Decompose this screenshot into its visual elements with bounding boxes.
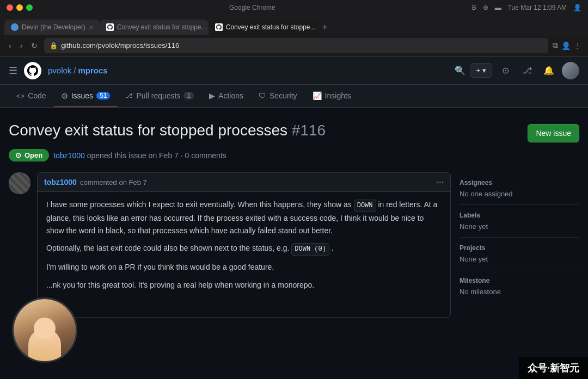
user-icon: 👤: [573, 4, 581, 11]
issue-opened-text: opened this issue on Feb 7 · 0 comments: [87, 151, 226, 160]
new-tab-button[interactable]: +: [317, 20, 333, 35]
url-input[interactable]: 🔒 github.com/pvolok/mprocs/issues/116: [44, 38, 548, 53]
user-avatar[interactable]: [562, 62, 579, 79]
labels-value: None yet: [460, 222, 579, 231]
minimize-dot[interactable]: [16, 4, 23, 11]
tab3-favicon: [215, 23, 223, 31]
webcam-overlay: [12, 297, 77, 363]
security-icon: 🛡: [259, 91, 266, 100]
hamburger-menu[interactable]: ☰: [9, 65, 17, 77]
clock: Tue Mar 12 1:09 AM: [508, 4, 567, 11]
nav-actions[interactable]: ▶ Actions: [201, 85, 251, 108]
watermark-text: 众号·新智元: [528, 363, 579, 374]
comment-area: tobz1000 commented on Feb 7 ··· I have s…: [9, 172, 451, 318]
window-controls[interactable]: [7, 4, 33, 11]
comment-para-1: I have some processes which I expect to …: [46, 198, 442, 237]
extensions-icon[interactable]: ⧉: [553, 41, 558, 50]
sidebar-milestone: Milestone No milestone: [460, 270, 579, 302]
tab2-favicon: [106, 23, 114, 31]
watermark: 众号·新智元: [519, 357, 588, 379]
notifications-icon-btn[interactable]: 🔔: [540, 62, 558, 79]
tab1-close-icon[interactable]: ✕: [89, 24, 93, 30]
repo-breadcrumb: pvolok / mprocs: [48, 66, 108, 75]
tab1-title: Devin (the Developer): [22, 23, 85, 31]
new-menu-button[interactable]: + ▾: [470, 63, 492, 78]
tab1-favicon: [11, 23, 19, 31]
nav-pr-label: Pull requests: [136, 91, 180, 100]
commenter-avatar: [9, 172, 30, 194]
comment-para-4: ...nk you for this great tool. It's prov…: [46, 279, 442, 291]
assignees-value: No one assigned: [460, 190, 579, 198]
path-separator: /: [74, 66, 76, 75]
new-issue-button[interactable]: New issue: [528, 124, 579, 142]
code-down-1: DOWN: [354, 200, 376, 212]
nav-issues-label: Issues: [71, 91, 93, 100]
wifi-icon: ⊕: [483, 4, 488, 11]
nav-actions-label: Actions: [218, 91, 243, 100]
reload-button[interactable]: ↻: [29, 39, 40, 52]
issue-state-label: Open: [24, 151, 42, 159]
nav-issues[interactable]: ⊙ Issues 51: [54, 85, 118, 108]
code-down-2: DOWN (0): [291, 243, 329, 256]
issue-title-row: Convey exit status for stopped processes…: [9, 121, 579, 142]
milestone-label: Milestone: [460, 277, 579, 284]
issue-meta-text: tobz1000 opened this issue on Feb 7 · 0 …: [53, 151, 226, 160]
tab-bar: Devin (the Developer) ✕ Convey exit stat…: [0, 15, 588, 35]
pull-requests-icon-btn[interactable]: ⎇: [518, 62, 536, 79]
bluetooth-icon: B: [472, 4, 476, 11]
projects-label: Projects: [460, 244, 579, 252]
insights-icon: 📈: [313, 91, 322, 100]
nav-insights[interactable]: 📈 Insights: [305, 85, 359, 108]
repo-owner[interactable]: pvolok: [48, 66, 71, 75]
main-content: Convey exit status for stopped processes…: [0, 108, 588, 326]
comment-time: commented on Feb 7: [80, 178, 147, 187]
issue-author[interactable]: tobz1000: [53, 151, 85, 160]
forward-button[interactable]: ›: [18, 39, 25, 52]
sidebar-projects: Projects None yet: [460, 238, 579, 270]
maximize-dot[interactable]: [26, 4, 33, 11]
comment-menu-button[interactable]: ···: [437, 177, 444, 187]
comment-bubble: tobz1000 commented on Feb 7 ··· I have s…: [37, 172, 451, 318]
comment-header: tobz1000 commented on Feb 7 ···: [38, 173, 450, 192]
code-icon: <>: [16, 92, 24, 100]
browser-tab-1[interactable]: Devin (the Developer) ✕: [4, 20, 100, 35]
repo-nav: <> Code ⊙ Issues 51 ⎇ Pull requests 1 ▶ …: [0, 85, 588, 108]
github-header: ☰ pvolok / mprocs 🔍 + ▾ ⊙ ⎇ 🔔: [0, 57, 588, 85]
close-dot[interactable]: [7, 4, 13, 11]
issues-icon: ⊙: [62, 91, 68, 100]
nav-code-label: Code: [28, 91, 46, 100]
comment-box: tobz1000 commented on Feb 7 ··· I have s…: [9, 172, 451, 318]
issues-icon-btn[interactable]: ⊙: [497, 62, 514, 79]
back-button[interactable]: ‹: [7, 39, 14, 52]
header-actions: 🔍 + ▾ ⊙ ⎇ 🔔: [455, 62, 579, 79]
sidebar-labels: Labels None yet: [460, 205, 579, 238]
issue-sidebar: Assignees No one assigned Labels None ye…: [460, 172, 579, 318]
issue-meta: ⊙ Open tobz1000 opened this issue on Feb…: [9, 149, 579, 161]
head-shape: [34, 318, 56, 339]
assignees-label: Assignees: [460, 179, 579, 187]
nav-security[interactable]: 🛡 Security: [251, 85, 305, 108]
open-circle-icon: ⊙: [15, 151, 21, 159]
browser-tab-3[interactable]: Convey exit status for stoppe... ✕: [209, 20, 317, 35]
url-text: github.com/pvolok/mprocs/issues/116: [61, 41, 179, 49]
chevron-down-icon: ▾: [482, 66, 486, 74]
issues-badge: 51: [96, 92, 110, 100]
nav-code[interactable]: <> Code: [9, 85, 54, 108]
comment-reactions: ❤ 1: [38, 297, 450, 317]
search-icon[interactable]: 🔍: [455, 65, 465, 76]
projects-value: None yet: [460, 255, 579, 263]
os-status-icons: B ⊕ ▬ Tue Mar 12 1:09 AM 👤: [472, 4, 581, 11]
comment-author[interactable]: tobz1000: [44, 178, 77, 187]
webcam-feed: [14, 299, 76, 361]
repo-name[interactable]: mprocs: [78, 66, 108, 75]
sidebar-assignees: Assignees No one assigned: [460, 172, 579, 205]
nav-pull-requests[interactable]: ⎇ Pull requests 1: [118, 85, 201, 108]
browser-tab-2[interactable]: Convey exit status for stoppe... ✕: [100, 20, 209, 35]
settings-icon[interactable]: ⋮: [574, 41, 581, 50]
tab2-title: Convey exit status for stoppe...: [117, 23, 207, 31]
comment-para-3: I'm willing to work on a PR if you think…: [46, 261, 442, 273]
github-logo[interactable]: [24, 62, 41, 79]
labels-label: Labels: [460, 212, 579, 219]
profile-icon[interactable]: 👤: [561, 41, 571, 50]
issue-title: Convey exit status for stopped processes…: [9, 121, 326, 140]
